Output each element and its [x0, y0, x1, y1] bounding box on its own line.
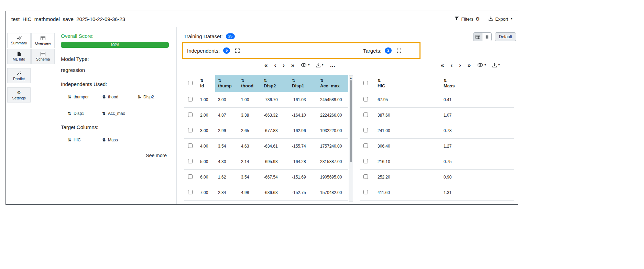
first-page-button[interactable]: «	[264, 62, 268, 68]
column-chip[interactable]: ⇅tbumper	[68, 95, 102, 99]
sort-icon[interactable]: ⇅	[444, 79, 447, 83]
row-checkbox[interactable]	[363, 159, 368, 163]
chevron-down-icon: ▾	[484, 64, 486, 66]
column-header-hic[interactable]: ⇅HIC	[375, 75, 441, 92]
column-header-disp2[interactable]: ⇅Disp2	[261, 75, 289, 92]
cell: 4.63	[238, 138, 261, 154]
sort-icon[interactable]: ⇅	[200, 79, 203, 83]
table-view-button[interactable]	[473, 32, 482, 41]
cell: -164.10	[289, 107, 317, 123]
expand-icon[interactable]	[235, 49, 240, 53]
previous-page-button[interactable]: ‹	[274, 62, 276, 68]
column-header-acc-max[interactable]: ⇅Acc_max	[317, 75, 348, 92]
select-all-checkbox[interactable]	[363, 81, 368, 85]
column-visibility-button[interactable]: ▾	[301, 63, 309, 67]
chevron-down-icon: ▾	[308, 64, 309, 66]
sort-icon: ⇅	[102, 111, 106, 116]
cell: 1.00	[197, 92, 215, 107]
row-checkbox[interactable]	[363, 174, 368, 179]
export-button[interactable]: Export ▾	[489, 16, 512, 22]
tab-overview[interactable]: Overview	[31, 33, 55, 48]
next-page-button[interactable]: ›	[459, 62, 461, 68]
row-checkbox[interactable]	[363, 190, 368, 194]
sidebar-item-label: ML Info	[13, 57, 25, 61]
table-row: 5.004.302.14-695.93-164.282315887.00	[184, 154, 348, 169]
column-header-thood[interactable]: ⇅thood	[238, 75, 261, 92]
cell: 3.54	[238, 169, 261, 185]
cell: 1.27	[441, 138, 514, 154]
column-header-tbump[interactable]: ⇅tbump	[215, 75, 238, 92]
column-header-mass[interactable]: ⇅Mass	[441, 75, 514, 92]
select-all-checkbox[interactable]	[188, 81, 193, 85]
row-checkbox[interactable]	[188, 159, 193, 163]
cell: 3.38	[238, 107, 261, 123]
column-header-id[interactable]: ⇅id	[197, 75, 215, 92]
cell: 1932220.00	[317, 123, 348, 138]
cell: -677.83	[261, 123, 289, 138]
row-checkbox[interactable]	[363, 112, 368, 117]
default-view-button[interactable]: Default	[495, 32, 516, 41]
sort-icon[interactable]: ⇅	[218, 79, 221, 83]
last-page-button[interactable]: »	[291, 62, 294, 68]
scrollbar-thumb[interactable]	[350, 80, 352, 162]
cell: 1.00	[238, 92, 261, 107]
highlight-box: Independents: 5 Targets: 2	[182, 42, 421, 59]
tab-schema[interactable]: Schema	[31, 49, 55, 64]
split-view-button[interactable]	[482, 32, 492, 41]
title-bar: test_HIC_mathmodel_save_2025-10-22-09-36…	[6, 11, 518, 27]
cell: 5.00	[197, 154, 215, 169]
sidebar-item-predict[interactable]: Predict	[7, 68, 31, 83]
column-chip[interactable]: ⇅thood	[102, 95, 138, 99]
checkbox-cell	[360, 123, 375, 138]
sort-icon[interactable]: ⇅	[241, 79, 244, 83]
cell: -667.54	[261, 169, 289, 185]
column-chip[interactable]: ⇅Mass	[102, 138, 138, 142]
column-header-disp1[interactable]: ⇅Disp1	[289, 75, 317, 92]
view-controls: Default No	[473, 32, 518, 41]
checkbox-cell	[360, 185, 375, 200]
first-page-button[interactable]: «	[441, 62, 444, 68]
column-chip[interactable]: ⇅HIC	[68, 138, 102, 142]
last-page-button[interactable]: »	[468, 62, 471, 68]
more-options-button[interactable]: …	[330, 62, 335, 68]
download-table-button[interactable]: ▾	[316, 63, 323, 67]
column-chip[interactable]: ⇅Acc_max	[102, 111, 138, 116]
column-visibility-button[interactable]: ▾	[477, 63, 486, 67]
row-checkbox[interactable]	[188, 143, 193, 148]
sidebar-item-summary[interactable]: Summary	[7, 33, 31, 48]
checkbox-cell	[184, 185, 197, 200]
scroll-up-icon[interactable]: ▲	[349, 76, 353, 79]
independents-label: Independents:	[187, 48, 220, 54]
gear-icon[interactable]: ⚙	[476, 17, 480, 21]
sort-icon[interactable]: ⇅	[264, 79, 267, 83]
row-checkbox[interactable]	[188, 97, 193, 101]
row-checkbox[interactable]	[363, 128, 368, 132]
row-checkbox[interactable]	[188, 190, 193, 194]
sort-icon: ⇅	[102, 138, 106, 142]
independents-header: Independents: 5	[187, 43, 240, 58]
download-table-button[interactable]: ▾	[492, 63, 500, 67]
expand-icon[interactable]	[397, 49, 401, 53]
column-chip[interactable]: ⇅Disp2	[138, 95, 172, 99]
filters-button[interactable]: Filters ⚙	[455, 17, 480, 22]
row-checkbox[interactable]	[188, 112, 193, 117]
targets-header: Targets: 2	[363, 43, 401, 58]
next-page-button[interactable]: ›	[283, 62, 285, 68]
sidebar-item-settings[interactable]: ⚙ Settings	[7, 87, 31, 103]
vertical-scrollbar[interactable]: ▲	[349, 75, 353, 202]
sort-icon[interactable]: ⇅	[292, 79, 295, 83]
sort-icon[interactable]: ⇅	[378, 79, 381, 83]
cell: 387.60	[375, 107, 441, 123]
chevron-down-icon: ▾	[511, 18, 512, 20]
row-checkbox[interactable]	[363, 97, 368, 101]
column-chip[interactable]: ⇅Disp1	[68, 111, 102, 116]
sort-icon[interactable]: ⇅	[320, 79, 323, 83]
sidebar-item-label: Summary	[11, 41, 27, 45]
sidebar-item-ml-info[interactable]: ML Info	[7, 49, 31, 64]
row-checkbox[interactable]	[188, 128, 193, 132]
see-more-link[interactable]: See more	[61, 153, 172, 158]
row-checkbox[interactable]	[188, 174, 193, 179]
previous-page-button[interactable]: ‹	[450, 62, 452, 68]
row-checkbox[interactable]	[363, 143, 368, 148]
overall-score-label: Overall Score:	[61, 33, 172, 39]
